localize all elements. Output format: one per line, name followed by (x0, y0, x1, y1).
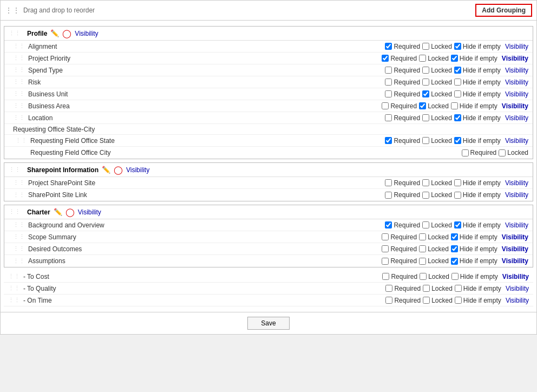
group-handle[interactable]: ⋮⋮ (9, 208, 21, 215)
locked-checkbox[interactable] (422, 67, 429, 74)
required-checkbox[interactable] (382, 273, 389, 280)
required-checkbox[interactable] (382, 258, 389, 265)
locked-checkbox[interactable] (419, 245, 426, 252)
row-handle[interactable]: ⋮⋮ (13, 102, 25, 109)
field-visibility-link[interactable]: Visibility (505, 191, 528, 199)
field-visibility-link[interactable]: Visibility (502, 102, 528, 110)
hide-empty-checkbox[interactable] (454, 90, 461, 97)
required-checkbox[interactable] (382, 233, 389, 240)
row-handle[interactable]: ⋮⋮ (8, 273, 20, 280)
field-visibility-link[interactable]: Visibility (502, 245, 528, 253)
hide-empty-checkbox[interactable] (454, 114, 461, 121)
locked-checkbox[interactable] (422, 192, 429, 199)
required-checkbox[interactable] (385, 114, 392, 121)
row-handle[interactable]: ⋮⋮ (13, 245, 25, 252)
field-visibility-link[interactable]: Visibility (505, 43, 528, 50)
locked-checkbox[interactable] (422, 90, 429, 97)
add-grouping-button[interactable]: Add Grouping (475, 4, 532, 17)
field-visibility-link[interactable]: Visibility (505, 137, 528, 145)
hide-empty-checkbox[interactable] (454, 43, 461, 50)
group-handle[interactable]: ⋮⋮ (9, 166, 21, 173)
locked-checkbox[interactable] (422, 137, 429, 144)
locked-checkbox[interactable] (420, 273, 427, 280)
required-checkbox[interactable] (385, 90, 392, 97)
row-handle[interactable]: ⋮⋮ (13, 233, 25, 240)
group-handle[interactable]: ⋮⋮ (9, 30, 21, 37)
hide-empty-checkbox[interactable] (454, 179, 461, 186)
row-handle[interactable]: ⋮⋮ (13, 67, 25, 74)
group-visibility-link[interactable]: Visibility (75, 30, 98, 37)
locked-checkbox[interactable] (422, 114, 429, 121)
edit-icon[interactable]: ✏️ (50, 29, 59, 37)
required-checkbox[interactable] (385, 285, 392, 292)
locked-checkbox[interactable] (423, 297, 430, 304)
required-checkbox[interactable] (385, 67, 392, 74)
hide-empty-checkbox[interactable] (451, 55, 458, 62)
field-visibility-link[interactable]: Visibility (502, 273, 529, 280)
hide-empty-checkbox[interactable] (454, 192, 461, 199)
row-handle[interactable]: ⋮⋮ (8, 285, 20, 292)
required-checkbox[interactable] (385, 192, 392, 199)
row-handle[interactable]: ⋮⋮ (13, 179, 25, 186)
hide-empty-checkbox[interactable] (454, 221, 461, 228)
required-checkbox[interactable] (385, 79, 392, 86)
row-handle[interactable]: ⋮⋮ (13, 79, 25, 86)
row-handle[interactable]: ⋮⋮ (13, 258, 25, 265)
field-visibility-link[interactable]: Visibility (505, 79, 528, 86)
required-checkbox[interactable] (382, 102, 389, 109)
locked-checkbox[interactable] (419, 55, 426, 62)
hide-empty-checkbox[interactable] (454, 79, 461, 86)
field-visibility-link[interactable]: Visibility (502, 233, 528, 241)
field-visibility-link[interactable]: Visibility (505, 67, 528, 74)
hide-empty-checkbox[interactable] (454, 67, 461, 74)
hide-empty-checkbox[interactable] (455, 285, 462, 292)
required-checkbox[interactable] (385, 221, 392, 228)
hide-empty-checkbox[interactable] (451, 273, 459, 280)
locked-checkbox[interactable] (499, 149, 506, 156)
locked-checkbox[interactable] (419, 258, 426, 265)
field-visibility-link[interactable]: Visibility (505, 90, 528, 98)
locked-checkbox[interactable] (419, 233, 426, 240)
required-checkbox[interactable] (385, 137, 392, 144)
hide-empty-checkbox[interactable] (451, 258, 458, 265)
remove-icon[interactable]: ◯ (62, 29, 71, 37)
save-button[interactable]: Save (247, 317, 289, 330)
required-checkbox[interactable] (385, 43, 392, 50)
row-handle[interactable]: ⋮⋮ (13, 90, 25, 97)
row-handle[interactable]: ⋮⋮ (13, 55, 25, 62)
locked-checkbox[interactable] (422, 43, 429, 50)
required-checkbox[interactable] (385, 179, 392, 186)
hide-empty-checkbox[interactable] (455, 297, 462, 304)
row-handle[interactable]: ⋮⋮ (8, 297, 20, 304)
locked-checkbox[interactable] (422, 179, 429, 186)
hide-empty-checkbox[interactable] (451, 233, 458, 240)
hide-empty-checkbox[interactable] (451, 102, 458, 109)
group-visibility-link[interactable]: Visibility (78, 208, 101, 216)
field-visibility-link[interactable]: Visibility (505, 114, 528, 122)
required-checkbox[interactable] (382, 245, 389, 252)
edit-icon[interactable]: ✏️ (54, 208, 62, 216)
edit-icon[interactable]: ✏️ (102, 166, 110, 174)
field-visibility-link[interactable]: Visibility (502, 257, 528, 265)
row-handle[interactable]: ⋮⋮ (13, 192, 25, 199)
remove-icon[interactable]: ◯ (114, 166, 123, 174)
field-visibility-link[interactable]: Visibility (506, 285, 529, 292)
locked-checkbox[interactable] (423, 285, 430, 292)
field-visibility-link[interactable]: Visibility (505, 221, 528, 229)
required-checkbox[interactable] (462, 149, 469, 156)
required-checkbox[interactable] (385, 297, 392, 304)
locked-checkbox[interactable] (422, 79, 429, 86)
field-visibility-link[interactable]: Visibility (505, 179, 528, 187)
field-visibility-link[interactable]: Visibility (502, 55, 528, 62)
row-handle[interactable]: ⋮⋮ (15, 137, 27, 144)
hide-empty-checkbox[interactable] (454, 137, 461, 144)
locked-checkbox[interactable] (419, 102, 426, 109)
row-handle[interactable]: ⋮⋮ (13, 43, 25, 50)
row-handle[interactable]: ⋮⋮ (13, 221, 25, 228)
required-checkbox[interactable] (382, 55, 389, 62)
row-handle[interactable]: ⋮⋮ (13, 114, 25, 121)
group-visibility-link[interactable]: Visibility (126, 166, 149, 174)
hide-empty-checkbox[interactable] (451, 245, 458, 252)
remove-icon[interactable]: ◯ (66, 208, 75, 216)
locked-checkbox[interactable] (422, 221, 429, 228)
